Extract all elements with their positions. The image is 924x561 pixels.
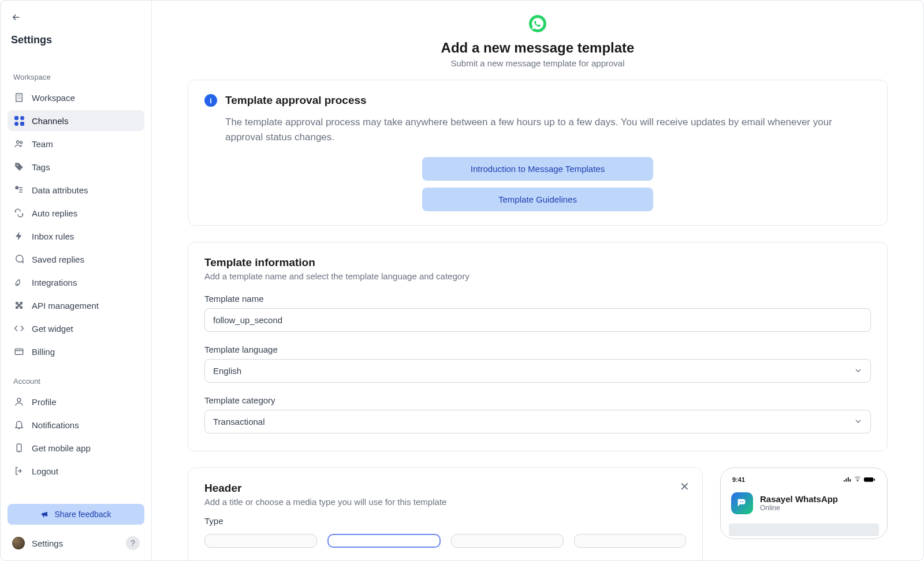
sidebar-item-label: Get mobile app bbox=[32, 443, 91, 453]
template-language-label: Template language bbox=[204, 345, 871, 354]
svg-rect-5 bbox=[15, 349, 23, 355]
approval-title: Template approval process bbox=[225, 94, 367, 107]
sidebar-item-label: Tags bbox=[32, 162, 50, 172]
template-name-input[interactable] bbox=[204, 308, 871, 332]
sidebar-item-inbox-rules[interactable]: Inbox rules bbox=[8, 226, 144, 246]
lightning-icon bbox=[13, 230, 25, 242]
header-type-option[interactable] bbox=[574, 534, 687, 548]
channels-icon bbox=[13, 115, 25, 126]
svg-point-4 bbox=[16, 186, 18, 189]
bottom-settings-label: Settings bbox=[32, 538, 63, 548]
sidebar-item-get-mobile-app[interactable]: Get mobile app bbox=[8, 437, 144, 458]
sidebar-item-notifications[interactable]: Notifications bbox=[8, 414, 144, 435]
preview-status: Online bbox=[760, 504, 838, 512]
feedback-label: Share feedback bbox=[54, 510, 111, 519]
sidebar-item-data-attributes[interactable]: Data attributes bbox=[8, 179, 144, 200]
svg-point-6 bbox=[17, 398, 21, 402]
svg-point-1 bbox=[17, 141, 20, 144]
app-logo-icon bbox=[731, 492, 753, 514]
chat-icon bbox=[13, 253, 25, 265]
sidebar-item-auto-replies[interactable]: Auto replies bbox=[8, 203, 144, 223]
sidebar-item-label: Logout bbox=[32, 466, 58, 476]
whatsapp-icon bbox=[528, 14, 547, 33]
sidebar-item-get-widget[interactable]: Get widget bbox=[8, 318, 144, 339]
template-category-label: Template category bbox=[204, 395, 871, 405]
header-type-option[interactable] bbox=[451, 534, 564, 548]
rocket-icon bbox=[13, 276, 25, 288]
megaphone-icon bbox=[40, 510, 50, 519]
building-icon bbox=[13, 92, 25, 103]
sidebar-item-label: API management bbox=[32, 301, 99, 311]
team-icon bbox=[13, 138, 25, 149]
preview-body-placeholder bbox=[729, 523, 879, 536]
wallet-icon bbox=[13, 346, 25, 357]
template-info-card: Template information Add a template name… bbox=[188, 242, 888, 451]
header-subtitle: Add a title or choose a media type you w… bbox=[204, 497, 686, 507]
header-card: ✕ Header Add a title or choose a media t… bbox=[188, 468, 703, 560]
sidebar-item-label: Integrations bbox=[32, 278, 77, 287]
sidebar-item-label: Get widget bbox=[32, 324, 73, 334]
sidebar-item-label: Notifications bbox=[32, 420, 79, 430]
template-info-title: Template information bbox=[204, 256, 871, 269]
svg-point-12 bbox=[742, 501, 743, 502]
svg-point-3 bbox=[17, 164, 18, 166]
sidebar-item-saved-replies[interactable]: Saved replies bbox=[8, 249, 144, 270]
sidebar-item-billing[interactable]: Billing bbox=[8, 341, 144, 362]
tag-icon bbox=[13, 161, 25, 173]
header-type-label: Type bbox=[204, 516, 686, 526]
sidebar-item-label: Workspace bbox=[32, 93, 75, 103]
sidebar-item-tags[interactable]: Tags bbox=[8, 156, 144, 177]
page-title: Add a new message template bbox=[188, 40, 888, 56]
close-icon[interactable]: ✕ bbox=[680, 480, 690, 493]
approval-card: i Template approval process The template… bbox=[188, 80, 888, 226]
help-icon[interactable]: ? bbox=[126, 536, 140, 550]
section-workspace-label: Workspace bbox=[13, 73, 144, 81]
sidebar-item-label: Channels bbox=[32, 116, 68, 126]
mobile-icon bbox=[13, 442, 25, 454]
back-arrow-icon[interactable] bbox=[10, 11, 23, 24]
section-account-label: Account bbox=[13, 377, 144, 386]
sidebar-item-profile[interactable]: Profile bbox=[8, 391, 144, 412]
avatar bbox=[12, 537, 25, 549]
preview-time: 9:41 bbox=[732, 476, 745, 483]
sidebar-item-label: Profile bbox=[32, 397, 57, 407]
sidebar-item-channels[interactable]: Channels bbox=[8, 110, 144, 131]
header-type-option[interactable] bbox=[204, 534, 317, 548]
svg-rect-0 bbox=[16, 94, 23, 102]
status-icons bbox=[843, 477, 875, 483]
phone-preview: 9:41 Rasayel WhatsApp Onl bbox=[720, 468, 888, 539]
settings-sidebar: Settings Workspace Workspace Channels Te… bbox=[1, 1, 152, 560]
code-icon bbox=[13, 323, 25, 334]
sidebar-item-label: Team bbox=[32, 139, 53, 149]
svg-point-2 bbox=[20, 141, 23, 144]
sidebar-item-label: Auto replies bbox=[32, 208, 77, 218]
bell-icon bbox=[13, 419, 25, 431]
template-category-select[interactable]: Transactional bbox=[204, 410, 871, 433]
sidebar-item-label: Saved replies bbox=[32, 255, 84, 264]
auto-replies-icon bbox=[13, 207, 25, 219]
sidebar-item-logout[interactable]: Logout bbox=[8, 461, 144, 481]
svg-rect-9 bbox=[864, 477, 873, 481]
sidebar-item-label: Billing bbox=[32, 347, 55, 357]
header-type-option[interactable] bbox=[327, 534, 441, 548]
sidebar-item-team[interactable]: Team bbox=[8, 133, 144, 154]
info-icon: i bbox=[204, 94, 217, 107]
logout-icon bbox=[13, 465, 25, 477]
data-attributes-icon bbox=[13, 184, 25, 196]
header-title: Header bbox=[204, 482, 686, 495]
template-guidelines-button[interactable]: Template Guidelines bbox=[422, 188, 653, 211]
main-content: Add a new message template Submit a new … bbox=[152, 1, 923, 560]
sidebar-title: Settings bbox=[11, 34, 144, 46]
svg-rect-10 bbox=[874, 478, 875, 481]
sidebar-item-api-management[interactable]: API management bbox=[8, 295, 144, 316]
bottom-settings-row[interactable]: Settings ? bbox=[8, 533, 144, 553]
page-subtitle: Submit a new message template for approv… bbox=[188, 58, 888, 68]
puzzle-icon bbox=[13, 300, 25, 311]
share-feedback-button[interactable]: Share feedback bbox=[8, 504, 144, 525]
svg-point-11 bbox=[740, 501, 741, 502]
sidebar-item-integrations[interactable]: Integrations bbox=[8, 272, 144, 293]
template-language-select[interactable]: English bbox=[204, 359, 871, 383]
intro-templates-button[interactable]: Introduction to Message Templates bbox=[422, 157, 653, 181]
sidebar-item-label: Data attributes bbox=[32, 185, 88, 195]
sidebar-item-workspace[interactable]: Workspace bbox=[8, 87, 144, 108]
